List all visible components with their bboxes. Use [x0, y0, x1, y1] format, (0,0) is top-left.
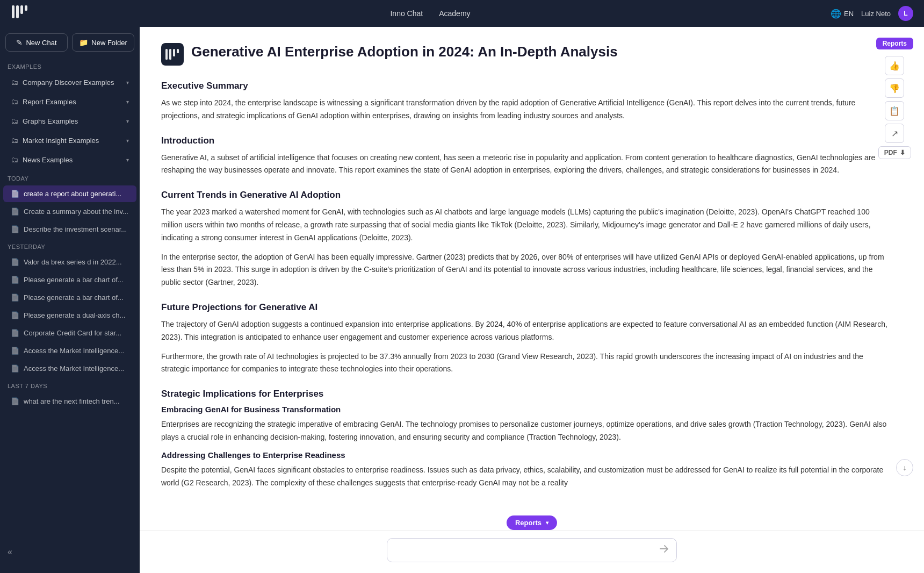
chevron-down-icon-report: ▾: [126, 99, 129, 105]
section-text-future-0: The trajectory of GenAI adoption suggest…: [161, 318, 892, 344]
thumbs-down-icon: 👎: [889, 83, 900, 94]
section-title-introduction: Introduction: [161, 135, 892, 146]
group-label-company-discover: Company Discover Examples: [23, 78, 114, 87]
chat-item-yesterday-4[interactable]: 📄 Corporate Credit Card for star...: [3, 325, 136, 341]
report-logo: [161, 43, 184, 66]
copy-button[interactable]: 📋: [885, 101, 904, 120]
svg-rect-4: [165, 49, 168, 60]
globe-icon: 🌐: [831, 9, 841, 19]
report-container: Reports 👍 👎 📋 ↗ PDF ⬇: [140, 27, 924, 530]
section-text-current-trends-1: In the enterprise sector, the adoption o…: [161, 251, 892, 289]
group-label-news: News Examples: [23, 156, 73, 164]
new-chat-label: New Chat: [26, 39, 56, 47]
section-text-future-1: Furthermore, the growth rate of AI techn…: [161, 350, 892, 376]
section-title-future-projections: Future Projections for Generative AI: [161, 302, 892, 313]
section-text-introduction-0: Generative AI, a subset of artificial in…: [161, 152, 892, 177]
collapse-icon: «: [8, 547, 12, 557]
chat-doc-icon-y3: 📄: [11, 311, 19, 319]
thumbs-up-button[interactable]: 👍: [885, 56, 904, 75]
new-chat-button[interactable]: ✎ New Chat: [5, 33, 68, 52]
chat-item-today-0[interactable]: 📄 create a report about generati...: [3, 185, 136, 202]
chat-item-yesterday-2[interactable]: 📄 Please generate a bar chart of...: [3, 289, 136, 306]
chat-input-wrapper: [387, 538, 677, 562]
sidebar-group-header-news[interactable]: 🗂 News Examples ▾: [3, 151, 136, 168]
chat-doc-icon-y4: 📄: [11, 329, 19, 337]
action-panel: Reports 👍 👎 📋 ↗ PDF ⬇: [876, 38, 913, 159]
svg-rect-3: [25, 5, 27, 11]
yesterday-section-label: Yesterday: [0, 238, 140, 253]
svg-rect-7: [177, 49, 179, 53]
section-strategic-implications: Strategic Implications for Enterprises E…: [161, 389, 892, 489]
chevron-down-icon-news: ▾: [126, 157, 129, 163]
section-executive-summary: Executive Summary As we step into 2024, …: [161, 81, 892, 123]
thumbs-up-icon: 👍: [889, 61, 900, 71]
chat-doc-icon-y0: 📄: [11, 258, 19, 266]
sidebar-group-header-report[interactable]: 🗂 Report Examples ▾: [3, 93, 136, 110]
sidebar-group-header-graphs[interactable]: 🗂 Graphs Examples ▾: [3, 112, 136, 130]
chat-label-yesterday-5: Access the Market Intelligence...: [24, 347, 124, 355]
pdf-button[interactable]: PDF ⬇: [878, 146, 911, 159]
share-button[interactable]: ↗: [885, 124, 904, 143]
new-folder-icon: 📁: [79, 38, 88, 47]
user-avatar[interactable]: L: [898, 6, 913, 21]
chat-item-yesterday-1[interactable]: 📄 Please generate a bar chart of...: [3, 271, 136, 288]
sidebar: ✎ New Chat 📁 New Folder Examples 🗂 Compa…: [0, 27, 140, 573]
scroll-down-button[interactable]: ↓: [896, 459, 913, 476]
reports-dropdown-label: Reports: [515, 519, 542, 527]
svg-rect-6: [173, 49, 175, 56]
chat-doc-icon-y2: 📄: [11, 293, 19, 302]
language-selector[interactable]: 🌐 EN: [831, 9, 854, 19]
lang-label: EN: [844, 10, 854, 18]
chat-doc-icon-0: 📄: [11, 190, 19, 198]
nav-inno-chat[interactable]: Inno Chat: [390, 9, 423, 18]
section-text-executive-summary-0: As we step into 2024, the enterprise lan…: [161, 97, 892, 123]
nav-academy[interactable]: Academy: [439, 9, 470, 18]
new-folder-button[interactable]: 📁 New Folder: [72, 33, 134, 52]
chat-doc-icon-y1: 📄: [11, 276, 19, 284]
folder-icon-report: 🗂: [11, 97, 18, 106]
logo-area: [11, 2, 30, 25]
new-chat-icon: ✎: [16, 38, 23, 47]
chat-label-last7-0: what are the next fintech tren...: [24, 397, 120, 405]
send-icon: [659, 544, 669, 556]
sidebar-group-company-discover: 🗂 Company Discover Examples ▾: [0, 73, 140, 91]
reports-dropdown-bar[interactable]: Reports ▾: [507, 515, 557, 530]
pdf-download-icon: ⬇: [900, 149, 905, 156]
folder-icon-market: 🗂: [11, 136, 18, 145]
section-title-current-trends: Current Trends in Generative AI Adoption: [161, 190, 892, 200]
chat-doc-icon-1: 📄: [11, 207, 19, 216]
section-future-projections: Future Projections for Generative AI The…: [161, 302, 892, 376]
chat-item-yesterday-0[interactable]: 📄 Valor da brex series d in 2022...: [3, 254, 136, 270]
report-header: Generative AI Enterprise Adoption in 202…: [161, 43, 892, 66]
sidebar-group-header-market[interactable]: 🗂 Market Insight Examples ▾: [3, 132, 136, 149]
send-button[interactable]: [659, 544, 669, 556]
subsection-title-addressing: Addressing Challenges to Enterprise Read…: [161, 450, 892, 460]
new-folder-label: New Folder: [91, 39, 127, 47]
chat-item-yesterday-6[interactable]: 📄 Access the Market Intelligence...: [3, 360, 136, 377]
chat-item-last7-0[interactable]: 📄 what are the next fintech tren...: [3, 393, 136, 410]
folder-icon-news: 🗂: [11, 155, 18, 164]
sidebar-group-graphs: 🗂 Graphs Examples ▾: [0, 112, 140, 130]
chat-doc-icon-2: 📄: [11, 225, 19, 233]
chat-item-yesterday-5[interactable]: 📄 Access the Market Intelligence...: [3, 342, 136, 359]
user-name-label: Luiz Neto: [861, 10, 891, 18]
reports-dropdown-chevron-icon: ▾: [546, 520, 548, 526]
chat-item-yesterday-3[interactable]: 📄 Please generate a dual-axis ch...: [3, 307, 136, 324]
group-label-graphs: Graphs Examples: [23, 117, 78, 125]
thumbs-down-button[interactable]: 👎: [885, 78, 904, 98]
svg-rect-5: [169, 49, 171, 60]
chat-item-today-2[interactable]: 📄 Describe the investment scenar...: [3, 221, 136, 238]
chat-input[interactable]: [395, 546, 659, 555]
section-current-trends: Current Trends in Generative AI Adoption…: [161, 190, 892, 289]
chat-item-today-1[interactable]: 📄 Create a summary about the inv...: [3, 203, 136, 220]
svg-rect-2: [20, 5, 23, 14]
collapse-sidebar-button[interactable]: «: [0, 542, 140, 562]
reports-badge[interactable]: Reports: [876, 38, 913, 49]
nav-right: 🌐 EN Luiz Neto L: [831, 6, 913, 21]
chat-label-yesterday-0: Valor da brex series d in 2022...: [24, 258, 122, 266]
subsection-text-embracing-0: Enterprises are recognizing the strategi…: [161, 418, 892, 444]
group-label-market: Market Insight Examples: [23, 137, 99, 145]
section-title-executive-summary: Executive Summary: [161, 81, 892, 91]
sidebar-group-header-company-discover[interactable]: 🗂 Company Discover Examples ▾: [3, 74, 136, 91]
chevron-down-icon-company: ▾: [126, 80, 129, 85]
